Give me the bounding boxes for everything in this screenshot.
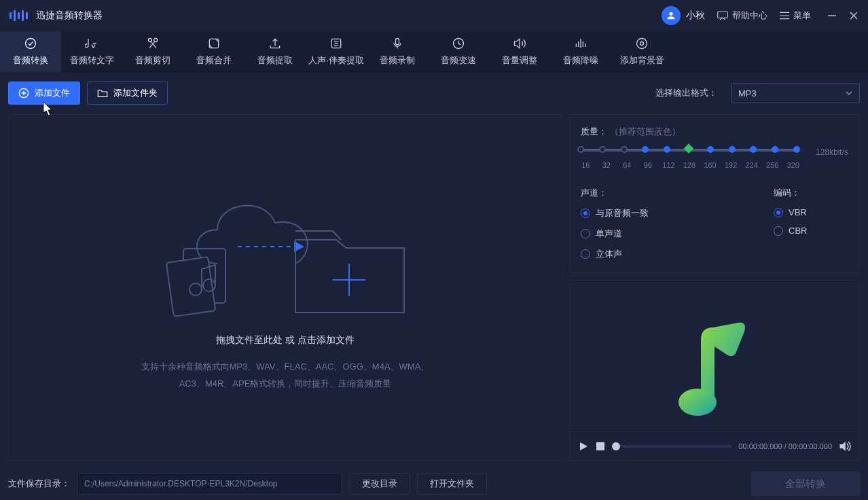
nav-icon [635, 37, 649, 50]
menu-label: 菜单 [793, 10, 811, 22]
progress-bar[interactable] [612, 445, 731, 448]
nav-icon [574, 37, 587, 50]
encoding-label: 编码： [774, 187, 848, 199]
nav-tab-5[interactable]: 人声·伴奏提取 [306, 31, 367, 72]
minimize-button[interactable] [827, 11, 837, 20]
bitrate-value: 128kbit/s [816, 147, 848, 157]
nav-icon [452, 37, 465, 50]
save-dir-label: 文件保存目录： [8, 478, 70, 490]
drop-illustration [156, 182, 414, 318]
plus-icon [330, 261, 368, 299]
nav-icon [24, 37, 37, 50]
nav-tab-10[interactable]: 添加背景音 [611, 31, 672, 72]
nav-tab-8[interactable]: 音量调整 [489, 31, 550, 72]
quality-hint: （推荐范围蓝色） [610, 126, 681, 138]
user-chip[interactable]: 小秋 [662, 6, 705, 25]
action-bar: 添加文件 添加文件夹 选择输出格式： MP3 [0, 72, 868, 114]
preview-pane: 00:00:00.000 / 00:00:00.000 [569, 280, 860, 461]
nav-tab-6[interactable]: 音频录制 [367, 31, 428, 72]
drop-zone[interactable]: 拖拽文件至此处 或 点击添加文件 支持十余种音频格式向MP3、WAV、FLAC、… [8, 114, 562, 461]
channel-option-0[interactable]: 与原音频一致 [581, 207, 649, 219]
nav-tab-9[interactable]: 音频降噪 [550, 31, 611, 72]
nav-icon [268, 37, 282, 50]
encoding-option-1[interactable]: CBR [774, 226, 848, 236]
quality-label: 质量： [581, 126, 607, 138]
svg-point-9 [640, 41, 644, 45]
svg-point-15 [679, 389, 717, 416]
chevron-down-icon [846, 91, 852, 95]
add-file-button[interactable]: 添加文件 [8, 82, 80, 105]
svg-point-1 [26, 38, 36, 48]
change-dir-button[interactable]: 更改目录 [349, 473, 410, 495]
add-folder-button[interactable]: 添加文件夹 [87, 82, 168, 105]
nav-icon [513, 37, 526, 50]
output-format-select[interactable]: MP3 [731, 83, 860, 103]
encoding-option-0[interactable]: VBR [774, 207, 848, 217]
channel-label: 声道： [581, 187, 649, 199]
nav-tab-7[interactable]: 音频变速 [428, 31, 489, 72]
svg-rect-6 [396, 38, 399, 44]
svg-rect-0 [718, 12, 728, 18]
svg-point-8 [637, 38, 647, 48]
time-display: 00:00:00.000 / 00:00:00.000 [738, 442, 832, 450]
quality-slider[interactable]: 16326496112128160192224256320 128kbit/s [581, 149, 848, 169]
nav-icon [329, 37, 343, 50]
close-button[interactable] [849, 11, 858, 20]
user-name: 小秋 [686, 10, 705, 22]
audio-player: 00:00:00.000 / 00:00:00.000 [570, 431, 859, 460]
settings-panel: 质量： （推荐范围蓝色） 163264961121281601922242563… [569, 114, 860, 461]
app-logo: 迅捷音频转换器 [10, 9, 103, 22]
channel-option-2[interactable]: 立体声 [581, 248, 649, 260]
files-icon [156, 243, 238, 318]
help-center-button[interactable]: 帮助中心 [717, 10, 767, 22]
avatar-icon [662, 6, 681, 25]
drop-text: 拖拽文件至此处 或 点击添加文件 [216, 334, 355, 346]
wave-icon [10, 9, 28, 22]
help-label: 帮助中心 [732, 10, 767, 22]
nav-tab-4[interactable]: 音频提取 [245, 31, 306, 72]
svg-rect-16 [596, 442, 604, 450]
app-title: 迅捷音频转换器 [36, 10, 103, 22]
nav-tabs: 音频转换音频转文字音频剪切音频合并音频提取人声·伴奏提取音频录制音频变速音量调整… [0, 31, 868, 72]
nav-tab-3[interactable]: 音频合并 [183, 31, 245, 72]
footer-bar: 文件保存目录： C:/Users/Administrator.DESKTOP-E… [0, 467, 868, 500]
nav-tab-1[interactable]: 音频转文字 [61, 31, 122, 72]
nav-tab-0[interactable]: 音频转换 [0, 31, 61, 72]
convert-all-button[interactable]: 全部转换 [751, 471, 860, 496]
add-folder-label: 添加文件夹 [113, 87, 158, 99]
add-file-label: 添加文件 [35, 87, 70, 99]
nav-icon [391, 37, 404, 50]
save-path-input[interactable]: C:/Users/Administrator.DESKTOP-EPL3K2N/D… [77, 473, 342, 495]
open-folder-button[interactable]: 打开文件夹 [417, 473, 487, 495]
format-label: 选择输出格式： [655, 87, 717, 99]
nav-tab-2[interactable]: 音频剪切 [122, 31, 183, 72]
format-value: MP3 [738, 88, 757, 99]
menu-button[interactable]: 菜单 [780, 10, 811, 22]
volume-button[interactable] [839, 441, 851, 452]
play-button[interactable] [578, 441, 589, 452]
nav-icon [85, 37, 98, 50]
titlebar: 迅捷音频转换器 小秋 帮助中心 菜单 [0, 0, 868, 31]
nav-icon [207, 37, 221, 50]
music-note-icon [674, 319, 755, 421]
stop-button[interactable] [596, 442, 605, 451]
support-text: 支持十余种音频格式向MP3、WAV、FLAC、AAC、OGG、M4A、WMA、A… [139, 359, 431, 392]
channel-option-1[interactable]: 单声道 [581, 228, 649, 240]
nav-icon [146, 37, 160, 50]
